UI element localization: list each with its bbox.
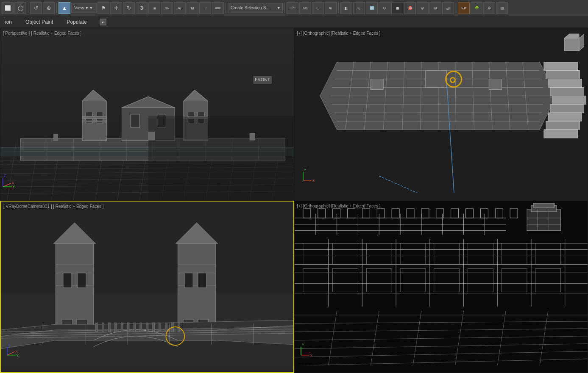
svg-rect-95: [552, 96, 586, 104]
svg-rect-28: [82, 116, 106, 119]
menubar: ion Object Paint Populate ▾: [0, 16, 588, 28]
rt-text[interactable]: 🔤: [366, 2, 378, 14]
sep6: [456, 3, 456, 13]
svg-rect-157: [134, 323, 136, 332]
svg-rect-155: [121, 323, 123, 332]
svg-text:Y: Y: [304, 168, 306, 172]
rt-layer[interactable]: ◧: [340, 2, 352, 14]
svg-rect-98: [546, 121, 580, 130]
rt-circle[interactable]: ◎: [442, 2, 454, 14]
menu-object-paint[interactable]: Object Paint: [24, 18, 55, 26]
svg-rect-91: [543, 62, 577, 71]
ortho-top-scene: X Y: [295, 28, 588, 193]
perspective-scene: FRONT X Y Z: [0, 28, 294, 200]
fp-tree[interactable]: 🌳: [471, 2, 482, 14]
svg-rect-92: [546, 71, 580, 79]
move-tool[interactable]: ✛: [110, 2, 122, 14]
menu-populate[interactable]: Populate: [65, 18, 88, 26]
sep4: [284, 3, 285, 13]
rt-scene[interactable]: ⊟: [353, 2, 365, 14]
svg-text:X: X: [310, 353, 312, 357]
viewport-ortho-bottom[interactable]: [+] [Orthographic] [Realistic + Edged Fa…: [294, 201, 588, 373]
rt-m1[interactable]: M1: [299, 2, 311, 14]
svg-text:Y: Y: [17, 353, 19, 357]
menu-ion[interactable]: ion: [3, 18, 14, 26]
svg-text:FRONT: FRONT: [255, 77, 270, 82]
select-object-tool[interactable]: ▲: [59, 2, 70, 14]
viewports: [ Perspective ] [ Realistic + Edged Face…: [0, 28, 588, 373]
tool-abc[interactable]: abc: [212, 2, 224, 14]
svg-text:Y: Y: [13, 185, 15, 189]
svg-rect-97: [548, 113, 582, 121]
svg-rect-156: [127, 323, 129, 332]
svg-rect-93: [548, 79, 582, 88]
svg-rect-158: [140, 323, 142, 332]
svg-rect-154: [114, 323, 117, 332]
rt-align[interactable]: ⊡: [312, 2, 324, 14]
gizmo-center: [450, 77, 456, 83]
create-selection-dropdown[interactable]: Create Selection S... ▾: [228, 3, 283, 13]
svg-rect-159: [146, 323, 148, 332]
tool-snap-cycle[interactable]: ⇥: [148, 2, 160, 14]
svg-rect-57: [53, 134, 58, 141]
sep3: [226, 3, 226, 13]
sep2: [56, 3, 57, 13]
rt-viewport[interactable]: ⊙: [379, 2, 390, 14]
create-selection-label: Create Selection S...: [231, 6, 270, 10]
rt-mirror[interactable]: ⊣⊢: [287, 2, 298, 14]
svg-rect-153: [108, 323, 110, 332]
svg-rect-151: [96, 323, 98, 332]
svg-rect-94: [550, 87, 584, 96]
view-dropdown[interactable]: View ▾ ▾: [71, 3, 97, 13]
svg-text:X: X: [312, 179, 315, 182]
rotate-tool[interactable]: ↻: [123, 2, 135, 14]
svg-rect-127: [78, 273, 86, 287]
fp-main[interactable]: FP: [458, 2, 470, 14]
view-dropdown-label: View ▾: [74, 5, 88, 11]
fp-list[interactable]: ▤: [496, 2, 508, 14]
svg-rect-59: [250, 133, 255, 140]
svg-rect-29: [82, 121, 106, 122]
select-rect-tool[interactable]: ⬜: [2, 2, 14, 14]
camera-scene: X Y Z: [1, 202, 293, 365]
viewport-perspective[interactable]: [ Perspective ] [ Realistic + Edged Face…: [0, 28, 294, 201]
toolbar: ⬜ ◯ ↺ ⊕ ▲ View ▾ ▾ ⚑ ✛ ↻ 3 ⇥ % ⊞ ⊠ ⋯ abc…: [0, 0, 588, 16]
fp-settings[interactable]: ⚙: [483, 2, 495, 14]
svg-rect-135: [184, 273, 193, 287]
select-circle-tool[interactable]: ◯: [14, 2, 26, 14]
rt-object[interactable]: ⊛: [417, 2, 429, 14]
svg-marker-56: [148, 116, 294, 200]
ortho-bottom-scene: X Y: [295, 201, 588, 366]
viewport-ortho-top[interactable]: [+] [Orthographic] [Realistic + Edged Fa…: [294, 28, 588, 201]
svg-rect-152: [102, 323, 104, 332]
svg-marker-69: [564, 34, 579, 38]
snap-toggle[interactable]: ⊕: [43, 2, 55, 14]
tool-extra3[interactable]: ⋯: [199, 2, 211, 14]
viewport-camera[interactable]: [ VRayDomeCamera001 ] [ Realistic + Edge…: [0, 201, 294, 373]
rt-target[interactable]: 🎯: [404, 2, 416, 14]
tool-extra1[interactable]: ⊞: [174, 2, 186, 14]
percent-snap[interactable]: %: [161, 2, 173, 14]
svg-rect-96: [550, 104, 584, 113]
bookmark-tool[interactable]: ⚑: [98, 2, 109, 14]
tool-extra2[interactable]: ⊠: [187, 2, 198, 14]
svg-rect-162: [165, 323, 167, 332]
svg-rect-187: [533, 203, 554, 207]
scale-tool[interactable]: 3: [136, 2, 148, 14]
undo-button[interactable]: ↺: [30, 2, 42, 14]
create-selection-arrow: ▾: [278, 6, 280, 10]
rt-grid[interactable]: ⊞: [325, 2, 337, 14]
svg-rect-37: [131, 114, 139, 127]
view-dropdown-arrow: ▾: [90, 5, 92, 11]
nav-cube[interactable]: [561, 32, 584, 55]
svg-rect-185: [527, 209, 561, 230]
svg-rect-161: [159, 323, 161, 332]
svg-rect-111: [371, 79, 383, 90]
svg-rect-126: [63, 273, 72, 287]
svg-rect-99: [543, 130, 577, 138]
rt-dark[interactable]: ◼: [391, 2, 403, 14]
menu-dropdown-arrow[interactable]: ▾: [100, 19, 106, 25]
sep5: [338, 3, 339, 13]
svg-rect-68: [564, 38, 579, 51]
rt-grid2[interactable]: ⊞: [429, 2, 441, 14]
